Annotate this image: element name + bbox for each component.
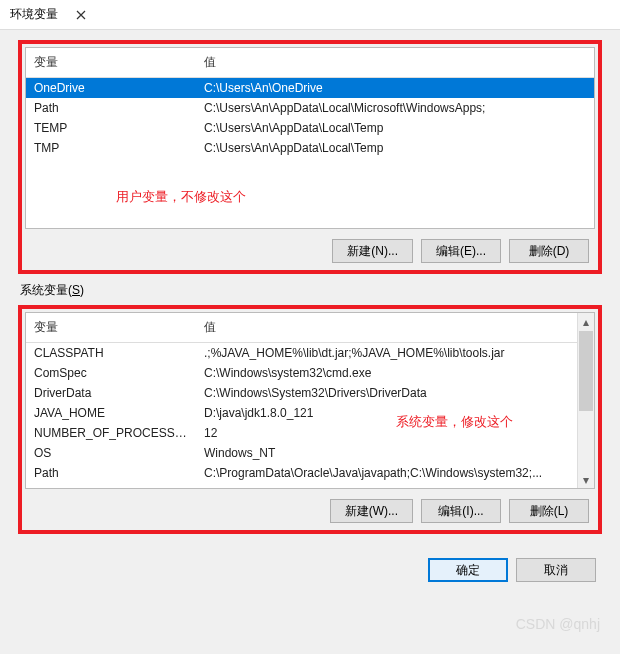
column-header-value[interactable]: 值 (196, 313, 577, 343)
table-row[interactable]: ComSpecC:\Windows\system32\cmd.exe (26, 363, 577, 383)
var-value: C:\ProgramData\Oracle\Java\javapath;C:\W… (196, 463, 577, 483)
var-value: Windows_NT (196, 443, 577, 463)
system-variables-label: 系统变量(S) (20, 282, 602, 299)
cancel-button[interactable]: 取消 (516, 558, 596, 582)
system-variables-table[interactable]: 变量 值 CLASSPATH.;%JAVA_HOME%\lib\dt.jar;%… (26, 313, 577, 483)
column-header-name[interactable]: 变量 (26, 48, 196, 78)
var-name: OneDrive (26, 78, 196, 99)
watermark: CSDN @qnhj (516, 616, 600, 632)
table-row[interactable]: CLASSPATH.;%JAVA_HOME%\lib\dt.jar;%JAVA_… (26, 343, 577, 364)
var-name: JAVA_HOME (26, 403, 196, 423)
system-edit-button[interactable]: 编辑(I)... (421, 499, 501, 523)
user-variables-table[interactable]: 变量 值 OneDriveC:\Users\An\OneDrivePathC:\… (26, 48, 594, 158)
scroll-up-icon[interactable]: ▴ (578, 313, 594, 330)
table-row[interactable]: TEMPC:\Users\An\AppData\Local\Temp (26, 118, 594, 138)
table-row[interactable]: OneDriveC:\Users\An\OneDrive (26, 78, 594, 99)
ok-button[interactable]: 确定 (428, 558, 508, 582)
scroll-thumb[interactable] (579, 331, 593, 411)
var-value: C:\Users\An\AppData\Local\Temp (196, 118, 594, 138)
user-edit-button[interactable]: 编辑(E)... (421, 239, 501, 263)
var-value: C:\Users\An\OneDrive (196, 78, 594, 99)
var-name: NUMBER_OF_PROCESSORS (26, 423, 196, 443)
var-name: Path (26, 98, 196, 118)
close-button[interactable] (58, 0, 103, 30)
table-row[interactable]: OSWindows_NT (26, 443, 577, 463)
var-name: CLASSPATH (26, 343, 196, 364)
titlebar: 环境变量 (0, 0, 620, 30)
user-buttons-row: 新建(N)... 编辑(E)... 删除(D) (25, 229, 595, 267)
system-annotation: 系统变量，修改这个 (396, 413, 513, 431)
var-name: DriverData (26, 383, 196, 403)
column-header-name[interactable]: 变量 (26, 313, 196, 343)
var-name: Path (26, 463, 196, 483)
system-variables-section: 变量 值 CLASSPATH.;%JAVA_HOME%\lib\dt.jar;%… (18, 305, 602, 534)
scrollbar[interactable]: ▴ ▾ (577, 313, 594, 488)
var-name: OS (26, 443, 196, 463)
user-annotation: 用户变量，不修改这个 (116, 188, 246, 206)
var-value: C:\Users\An\AppData\Local\Microsoft\Wind… (196, 98, 594, 118)
table-row[interactable]: TMPC:\Users\An\AppData\Local\Temp (26, 138, 594, 158)
table-row[interactable]: PathC:\ProgramData\Oracle\Java\javapath;… (26, 463, 577, 483)
user-variables-section: 变量 值 OneDriveC:\Users\An\OneDrivePathC:\… (18, 40, 602, 274)
window-title: 环境变量 (10, 6, 58, 23)
close-icon (76, 10, 86, 20)
system-new-button[interactable]: 新建(W)... (330, 499, 413, 523)
var-name: ComSpec (26, 363, 196, 383)
table-row[interactable]: DriverDataC:\Windows\System32\Drivers\Dr… (26, 383, 577, 403)
var-value: C:\Windows\System32\Drivers\DriverData (196, 383, 577, 403)
var-value: C:\Users\An\AppData\Local\Temp (196, 138, 594, 158)
user-new-button[interactable]: 新建(N)... (332, 239, 413, 263)
var-name: TMP (26, 138, 196, 158)
var-value: C:\Windows\system32\cmd.exe (196, 363, 577, 383)
user-delete-button[interactable]: 删除(D) (509, 239, 589, 263)
table-row[interactable]: PathC:\Users\An\AppData\Local\Microsoft\… (26, 98, 594, 118)
var-value: 12 (196, 423, 577, 443)
var-value: .;%JAVA_HOME%\lib\dt.jar;%JAVA_HOME%\lib… (196, 343, 577, 364)
var-value: D:\java\jdk1.8.0_121 (196, 403, 577, 423)
system-buttons-row: 新建(W)... 编辑(I)... 删除(L) (25, 489, 595, 527)
column-header-value[interactable]: 值 (196, 48, 594, 78)
system-delete-button[interactable]: 删除(L) (509, 499, 589, 523)
footer-buttons: 确定 取消 (18, 542, 602, 582)
scroll-down-icon[interactable]: ▾ (578, 471, 594, 488)
var-name: TEMP (26, 118, 196, 138)
